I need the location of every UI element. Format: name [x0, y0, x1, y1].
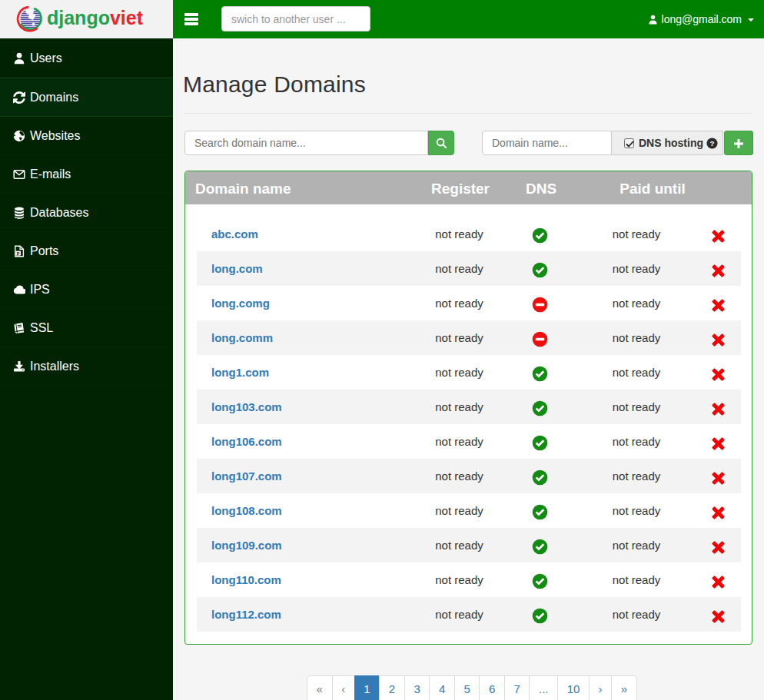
svg-text:P: P: [17, 250, 20, 256]
svg-text:?: ?: [709, 139, 714, 148]
